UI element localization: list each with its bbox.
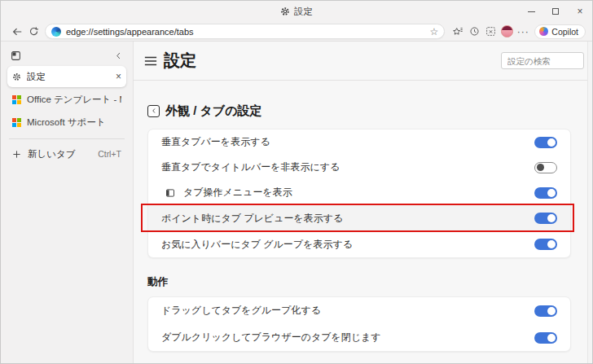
tab-activity-pane-icon[interactable]: [11, 50, 21, 61]
setting-row-tab-actions-menu: タブ操作メニューを表示: [148, 180, 570, 205]
favorites-button[interactable]: [450, 24, 466, 40]
settings-and-more-button[interactable]: ···: [515, 24, 531, 40]
favorites-star-icon: [452, 26, 463, 37]
settings-search-input[interactable]: [501, 52, 584, 69]
browser-toolbar: edge://settings/appearance/tabs ☆ ··· Co…: [1, 22, 592, 42]
setting-label: ダブルクリックしてブラウザーのタブを閉じます: [161, 331, 534, 344]
toggle-hide-titlebar[interactable]: [534, 162, 557, 173]
tab-microsoft-support[interactable]: Microsoft サポート: [7, 112, 126, 133]
microsoft-logo-icon: [12, 95, 21, 104]
address-bar[interactable]: edge://settings/appearance/tabs ☆: [45, 24, 445, 39]
copilot-button[interactable]: Copilot: [534, 24, 586, 39]
new-tab-button[interactable]: 新しいタブ Ctrl+T: [7, 144, 126, 164]
edge-logo-icon: [51, 27, 61, 37]
tab-label: Microsoft サポート: [27, 116, 121, 129]
plus-icon: [12, 150, 21, 159]
tab-label: Office テンプレート - Microsoft Office: [27, 94, 121, 106]
setting-row-drag-group-tabs: ドラッグしてタブをグループ化する: [148, 297, 570, 324]
copilot-label: Copilot: [551, 27, 578, 37]
tab-label: 設定: [27, 71, 110, 83]
setting-row-double-click-close-tab: ダブルクリックしてブラウザーのタブを閉じます: [148, 324, 570, 351]
avatar-image: [501, 25, 513, 37]
back-arrow-icon: [11, 26, 23, 37]
window-title-text: 設定: [294, 6, 313, 18]
tab-settings-card: 垂直タブバーを表示する 垂直タブでタイトルバーを非表示にする タブ操作メニューを…: [147, 129, 571, 258]
history-button[interactable]: [466, 24, 482, 40]
toggle-vertical-tab-bar[interactable]: [534, 137, 557, 148]
settings-header: 設定: [134, 42, 592, 81]
toggle-tab-groups-favorites-bar[interactable]: [534, 239, 557, 250]
url-text[interactable]: edge://settings/appearance/tabs: [66, 27, 425, 37]
microsoft-logo-icon: [12, 118, 21, 127]
breadcrumb-title: 外観 / タブの設定: [165, 103, 262, 119]
setting-label: ポイント時にタブ プレビューを表示する: [161, 212, 534, 226]
setting-row-tab-groups-favorites-bar: お気に入りバーにタブ グループを表示する: [148, 231, 570, 257]
tab-office-templates[interactable]: Office テンプレート - Microsoft Office: [7, 89, 126, 110]
setting-label: ドラッグしてタブをグループ化する: [161, 304, 534, 318]
toggle-double-click-close-tab[interactable]: [534, 332, 557, 344]
web-capture-icon: [485, 26, 496, 37]
gear-icon: [12, 72, 21, 81]
toggle-tab-actions-menu[interactable]: [534, 187, 557, 199]
settings-main: 設定 外観 / タブの設定 垂直タブバーを表示する 垂直タブでタ: [134, 42, 592, 364]
minimize-icon: [528, 11, 535, 12]
setting-label: タブ操作メニューを表示: [183, 186, 534, 200]
refresh-icon: [29, 26, 39, 37]
refresh-button[interactable]: [25, 24, 42, 40]
back-button[interactable]: [9, 24, 25, 40]
sidebar-divider: [9, 138, 125, 139]
settings-content: 外観 / タブの設定 垂直タブバーを表示する 垂直タブでタイトルバーを非表示にす…: [134, 103, 592, 364]
setting-row-hide-titlebar: 垂直タブでタイトルバーを非表示にする: [148, 155, 570, 180]
close-button[interactable]: ×: [568, 1, 592, 22]
toggle-drag-group-tabs[interactable]: [534, 305, 557, 317]
collapse-pane-chevron-icon[interactable]: [114, 51, 123, 60]
setting-label: お気に入りバーにタブ グループを表示する: [161, 238, 534, 252]
maximize-button[interactable]: [543, 1, 568, 22]
behavior-settings-card: ドラッグしてタブをグループ化する ダブルクリックしてブラウザーのタブを閉じます: [147, 296, 571, 352]
minimize-button[interactable]: [519, 1, 543, 22]
profile-avatar[interactable]: [499, 24, 515, 40]
close-tab-icon[interactable]: ×: [116, 72, 121, 81]
gear-icon: [280, 7, 290, 16]
vertical-scrollbar[interactable]: [587, 42, 592, 363]
tab-settings-active[interactable]: 設定 ×: [7, 66, 126, 87]
tab-actions-menu-icon: [165, 188, 175, 198]
maximize-icon: [552, 8, 559, 15]
title-bar: 設定 ×: [1, 1, 592, 22]
breadcrumb-back-button[interactable]: [147, 105, 160, 117]
setting-row-tab-preview-on-hover: ポイント時にタブ プレビューを表示する: [148, 205, 570, 231]
settings-menu-hamburger-icon[interactable]: [144, 55, 157, 67]
breadcrumb: 外観 / タブの設定: [147, 103, 569, 119]
browser-window: 設定 × edge://settings/appearance/tabs ☆: [0, 0, 593, 364]
setting-label: 垂直タブバーを表示する: [161, 135, 534, 149]
setting-row-vertical-tab-bar: 垂直タブバーを表示する: [148, 129, 570, 155]
window-title: 設定: [1, 1, 592, 22]
history-clock-icon: [469, 26, 480, 37]
page-title: 設定: [164, 50, 196, 72]
copilot-logo-icon: [539, 27, 548, 36]
new-tab-shortcut: Ctrl+T: [98, 149, 121, 159]
web-capture-button[interactable]: [482, 24, 499, 40]
vertical-tabs-sidebar: 設定 × Office テンプレート - Microsoft Office Mi…: [1, 42, 134, 364]
section-heading-behavior: 動作: [147, 275, 569, 289]
add-favorite-star-icon[interactable]: ☆: [430, 27, 439, 37]
setting-label: 垂直タブでタイトルバーを非表示にする: [161, 160, 534, 174]
toggle-tab-preview-on-hover[interactable]: [534, 213, 557, 224]
new-tab-label: 新しいタブ: [28, 148, 76, 160]
